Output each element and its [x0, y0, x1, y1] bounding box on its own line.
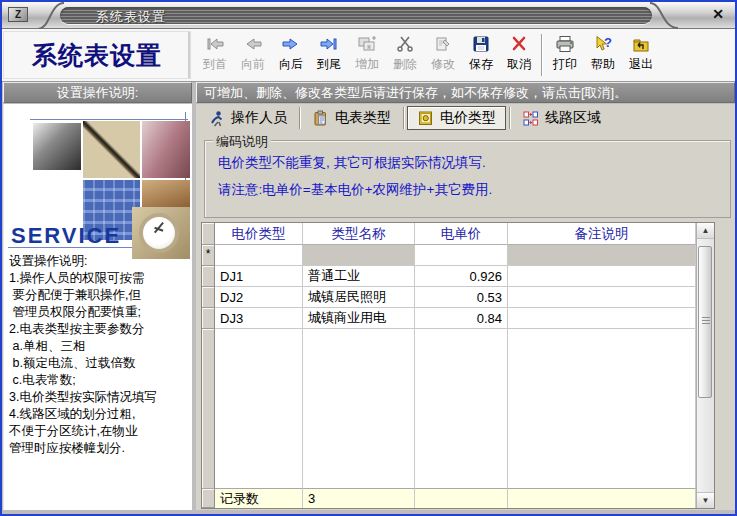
help-icon: ?	[592, 34, 614, 54]
cell-price-type[interactable]: DJ1	[215, 266, 303, 287]
area-merge-icon	[522, 110, 539, 127]
record-count-label: 记录数	[215, 488, 303, 508]
cell-type-name[interactable]: 城镇商业用电	[303, 308, 415, 329]
cell[interactable]	[415, 245, 508, 266]
record-count-value: 3	[303, 488, 415, 508]
price-type-grid: 电价类型 类型名称 电单价 备注说明 * DJ1 普通工业 0.926	[201, 222, 715, 509]
cell-type-name[interactable]: 城镇居民照明	[303, 287, 415, 308]
instructions-text: 设置操作说明: 1.操作人员的权限可按需 要分配便于兼职操作,但 管理员权限分配…	[9, 253, 192, 457]
cell-note[interactable]	[508, 266, 696, 287]
tab-bar: 操作人员 电表类型 电价类型 线路区域	[199, 105, 610, 131]
service-text: SERVICE	[11, 223, 121, 249]
toolbar-separator	[541, 34, 543, 76]
exit-icon	[630, 34, 652, 54]
cell-price-type[interactable]: DJ2	[215, 287, 303, 308]
groupbox-line1: 电价类型不能重复, 其它可根据实际情况填写.	[218, 154, 730, 172]
new-record-row[interactable]: *	[202, 245, 696, 266]
next-button[interactable]: 向后	[272, 31, 310, 80]
first-button[interactable]: 到首	[196, 31, 234, 80]
person-icon	[208, 110, 225, 127]
cell-unit-price[interactable]: 0.926	[415, 266, 508, 287]
column-header-note[interactable]: 备注说明	[508, 223, 696, 245]
grid-header-row: 电价类型 类型名称 电单价 备注说明	[202, 223, 696, 245]
first-record-icon	[204, 34, 226, 54]
modify-button[interactable]: 修改	[424, 31, 462, 80]
cancel-icon	[508, 34, 530, 54]
column-header-unit-price[interactable]: 电单价	[415, 223, 508, 245]
tab-price-types[interactable]: 电价类型	[407, 106, 506, 130]
groupbox-line2: 请注意:电单价=基本电价+农网维护+其它费用.	[218, 181, 730, 199]
new-record-marker: *	[202, 245, 215, 266]
main-panel: 操作人员 电表类型 电价类型 线路区域 编码说明 电价类型不能重复, 其它可根据…	[196, 104, 735, 510]
cancel-button[interactable]: 取消	[500, 31, 538, 80]
last-record-icon	[318, 34, 340, 54]
prev-record-icon	[242, 34, 264, 54]
grid-footer-row: 记录数 3	[202, 488, 696, 508]
help-button[interactable]: ? 帮助	[584, 31, 622, 80]
row-selector[interactable]	[202, 266, 215, 287]
prev-button[interactable]: 向前	[234, 31, 272, 80]
print-button[interactable]: 打印	[546, 31, 584, 80]
row-selector-header	[202, 223, 215, 245]
decor-line-top	[30, 119, 188, 120]
app-window: 系统表设置 Z ✕ 系统表设置 到首 向前 向后 到尾	[0, 0, 737, 516]
clipboard-icon	[312, 110, 329, 127]
app-logo-icon: Z	[8, 7, 28, 22]
table-row[interactable]: DJ2 城镇居民照明 0.53	[202, 287, 696, 308]
print-icon	[554, 34, 576, 54]
titlebar-stripes: 系统表设置	[60, 7, 652, 24]
save-button[interactable]: 保存	[462, 31, 500, 80]
scroll-down-icon[interactable]: ▼	[697, 492, 714, 508]
table-row[interactable]: DJ3 城镇商业用电 0.84	[202, 308, 696, 329]
cell[interactable]	[215, 245, 303, 266]
scrollbar-thumb[interactable]	[698, 246, 712, 398]
tab-separator	[299, 107, 300, 129]
tab-meter-types[interactable]: 电表类型	[303, 106, 400, 130]
cell[interactable]	[303, 245, 415, 266]
svg-text:?: ?	[604, 35, 612, 50]
page-title: 系统表设置	[3, 31, 191, 79]
exit-button[interactable]: 退出	[622, 31, 660, 80]
cell-unit-price[interactable]: 0.53	[415, 287, 508, 308]
cell-unit-price[interactable]: 0.84	[415, 308, 508, 329]
tab-operators[interactable]: 操作人员	[199, 106, 296, 130]
photo-tool	[33, 123, 81, 170]
grid-empty-area	[202, 329, 696, 488]
price-book-icon	[417, 110, 434, 127]
window-title: 系统表设置	[96, 8, 166, 26]
photo-pink-tools	[142, 121, 190, 178]
sidebar: SERVICE 设置操作说明: 1.操作人员的权限可按需 要分配便于兼职操作,但…	[3, 104, 192, 510]
add-button[interactable]: 增加	[348, 31, 386, 80]
row-selector[interactable]	[202, 308, 215, 329]
scrollbar-grip	[702, 317, 710, 325]
tab-separator	[509, 107, 510, 129]
next-record-icon	[280, 34, 302, 54]
close-icon[interactable]: ✕	[709, 5, 727, 23]
notice-bar: 可增加、删除、修改各类型后请进行保存，如不保存修改，请点击[取消]。	[196, 82, 735, 103]
cell[interactable]	[508, 245, 696, 266]
tab-separator	[403, 107, 404, 129]
modify-record-icon	[432, 34, 454, 54]
row-selector-footer	[202, 488, 215, 508]
sidebar-header: 设置操作说明:	[3, 82, 192, 103]
groupbox-title: 编码说明	[213, 133, 271, 151]
last-button[interactable]: 到尾	[310, 31, 348, 80]
cell-note[interactable]	[508, 287, 696, 308]
tab-line-areas[interactable]: 线路区域	[513, 106, 610, 130]
row-selector[interactable]	[202, 287, 215, 308]
vertical-scrollbar[interactable]: ▲ ▼	[696, 223, 714, 508]
encoding-groupbox: 编码说明 电价类型不能重复, 其它可根据实际情况填写. 请注意:电单价=基本电价…	[204, 140, 731, 218]
delete-button[interactable]: 删除	[386, 31, 424, 80]
cell-note[interactable]	[508, 308, 696, 329]
column-header-type-name[interactable]: 类型名称	[303, 223, 415, 245]
toolbar: 系统表设置 到首 向前 向后 到尾 增加	[2, 29, 735, 82]
scroll-up-icon[interactable]: ▲	[697, 223, 714, 239]
photo-pocket-watch	[132, 207, 190, 259]
cell-price-type[interactable]: DJ3	[215, 308, 303, 329]
watch-face	[139, 213, 179, 253]
row-selector-empty	[202, 329, 215, 488]
column-header-price-type[interactable]: 电价类型	[215, 223, 303, 245]
cell-type-name[interactable]: 普通工业	[303, 266, 415, 287]
table-row[interactable]: DJ1 普通工业 0.926	[202, 266, 696, 287]
photo-pen	[83, 121, 140, 178]
